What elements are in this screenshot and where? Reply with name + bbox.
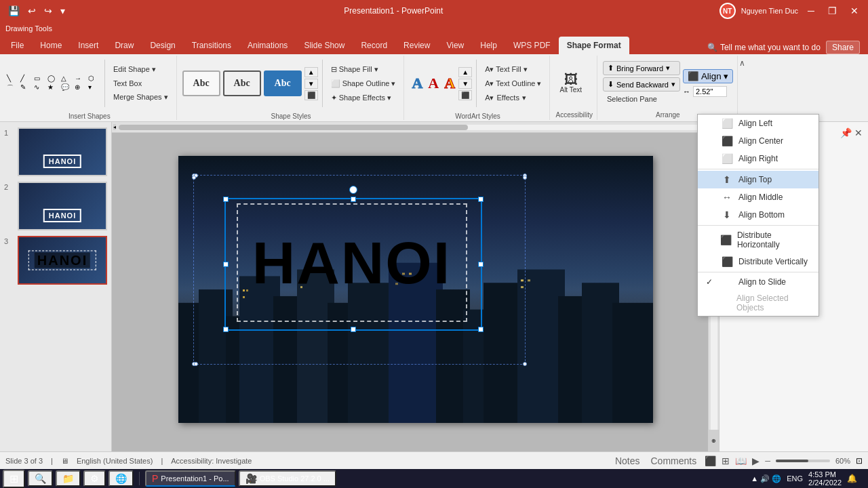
tab-record[interactable]: Record	[353, 37, 395, 54]
h-scroll-track[interactable]	[119, 125, 701, 130]
search-btn[interactable]: 🔍	[28, 470, 53, 487]
shape-star[interactable]: ★	[47, 83, 60, 93]
slideshow-btn[interactable]: ▶	[752, 455, 760, 466]
shape-more[interactable]: ⬡	[88, 75, 100, 82]
slide-thumb-2[interactable]: 2 HANOI	[4, 182, 107, 230]
gallery-expand-btn[interactable]: ⬛	[304, 90, 318, 100]
shape-tri[interactable]: △	[61, 75, 73, 82]
shape-effects-btn[interactable]: ✦ Shape Effects ▾	[327, 92, 400, 104]
comments-btn[interactable]: Comments	[648, 454, 699, 468]
fit-slide-btn[interactable]: ⊡	[856, 456, 863, 466]
tell-me-btn[interactable]: 🔍 Tell me what you want to do	[707, 43, 821, 52]
slide-thumb-1[interactable]: 1 HANOI	[4, 127, 107, 176]
zoom-slider[interactable]	[776, 460, 830, 462]
tab-help[interactable]: Help	[472, 37, 505, 54]
panel-pin-btn[interactable]: 📌	[840, 127, 852, 138]
shape-circle[interactable]: ◯	[47, 75, 60, 82]
tab-insert[interactable]: Insert	[70, 37, 106, 54]
wa-gallery-up[interactable]: ▲	[458, 67, 472, 77]
normal-view-btn[interactable]: ⬛	[705, 455, 716, 466]
h-scroll-thumb[interactable]	[119, 125, 468, 130]
slide-thumb-3[interactable]: 3 HANOI	[4, 236, 107, 285]
align-center-item[interactable]: ⬛ Align Center	[698, 132, 818, 150]
outer-handle-mr[interactable]	[523, 176, 527, 180]
tab-draw[interactable]: Draw	[106, 37, 142, 54]
distribute-v-item[interactable]: ⬛ Distribute Vertically	[698, 253, 818, 270]
slide-canvas[interactable]: HANOI	[178, 156, 653, 423]
align-left-item[interactable]: ⬜ Align Left	[698, 115, 818, 132]
panel-close-btn[interactable]: ✕	[854, 127, 863, 138]
shape-pen[interactable]: ✎	[20, 83, 33, 93]
align-btn[interactable]: ⬛ Align ▾	[683, 69, 733, 83]
shape-eq[interactable]: ⊕	[75, 83, 87, 93]
shape-fill-btn[interactable]: ⊟ Shape Fill ▾	[327, 64, 400, 75]
shape-style-1[interactable]: Abc	[182, 70, 220, 96]
shape-style-3[interactable]: Abc	[264, 70, 302, 96]
tab-view[interactable]: View	[438, 37, 472, 54]
tab-design[interactable]: Design	[142, 37, 183, 54]
align-middle-item[interactable]: ↔ Align Middle	[698, 188, 818, 206]
tab-file[interactable]: File	[3, 37, 32, 54]
tab-wpspdf[interactable]: WPS PDF	[505, 37, 559, 54]
start-btn[interactable]: ⊞	[3, 470, 25, 488]
wa-gallery-down[interactable]: ▼	[458, 79, 472, 89]
slide-2-preview[interactable]: HANOI	[18, 182, 107, 230]
shape-rect[interactable]: ▭	[34, 75, 46, 82]
shape-outline-btn[interactable]: ⬜ Shape Outline ▾	[327, 78, 400, 89]
settings-btn[interactable]: ⚙	[83, 470, 106, 487]
shape-freeform[interactable]: ∿	[34, 83, 46, 93]
reading-view-btn[interactable]: 📖	[735, 455, 747, 466]
align-to-slide-item[interactable]: ✓ Align to Slide	[698, 274, 818, 290]
width-input[interactable]	[693, 86, 727, 97]
outer-handle-ml[interactable]	[192, 176, 196, 180]
shape-style-2[interactable]: Abc	[223, 70, 261, 96]
wordart-2[interactable]: A	[426, 76, 441, 91]
align-bottom-item[interactable]: ⬇ Align Bottom	[698, 206, 818, 224]
nav-up-btn[interactable]: ⊕	[708, 430, 719, 451]
notes-btn[interactable]: Notes	[612, 454, 643, 468]
tab-home[interactable]: Home	[32, 37, 70, 54]
tab-review[interactable]: Review	[395, 37, 438, 54]
gallery-up-btn[interactable]: ▲	[304, 67, 318, 77]
ribbon-collapse-btn[interactable]: ∧	[739, 58, 745, 68]
text-effects-btn[interactable]: A▾ Effects ▾	[481, 92, 545, 104]
textbox-btn[interactable]: Text Box	[109, 78, 172, 89]
alt-text-btn[interactable]: 🖼 Alt Text	[555, 70, 586, 96]
slide-3-preview[interactable]: HANOI	[18, 236, 107, 285]
tab-shapeformat[interactable]: Shape Format	[559, 37, 629, 54]
redo-btn[interactable]: ↪	[41, 4, 55, 18]
h-scrollbar[interactable]: ◂ ▸	[112, 122, 708, 133]
minimize-btn[interactable]: ─	[804, 4, 818, 18]
merge-shapes-btn[interactable]: Merge Shapes ▾	[109, 92, 172, 103]
close-btn[interactable]: ✕	[846, 4, 863, 18]
slide-1-preview[interactable]: HANOI	[18, 127, 107, 176]
bring-forward-btn[interactable]: ⬆ Bring Forward ▾	[603, 61, 680, 75]
shape-expand[interactable]: ▾	[88, 83, 100, 93]
restore-btn[interactable]: ❐	[824, 4, 841, 18]
shape-line-1[interactable]: ╲	[7, 75, 19, 82]
shape-line-2[interactable]: ╱	[20, 75, 33, 82]
customize-btn[interactable]: ▾	[58, 4, 68, 18]
edit-shape-btn[interactable]: Edit Shape ▾	[109, 64, 172, 75]
gallery-down-btn[interactable]: ▼	[304, 79, 318, 89]
tab-transitions[interactable]: Transitions	[184, 37, 239, 54]
shape-curve[interactable]: ⌒	[7, 83, 19, 93]
share-btn[interactable]: Share	[826, 41, 860, 54]
wa-gallery-expand[interactable]: ⬛	[458, 90, 472, 100]
powerpoint-taskbar-btn[interactable]: P Presentation1 - Po...	[145, 470, 236, 487]
obs-taskbar-btn[interactable]: 🎥 OBS Studio 27.2.0 ...	[239, 470, 336, 487]
edge-btn[interactable]: 🌐	[108, 470, 134, 487]
scroll-left-btn[interactable]: ◂	[113, 124, 116, 130]
outer-handle-br[interactable]	[523, 362, 527, 366]
selection-pane-btn[interactable]: Selection Pane	[603, 94, 680, 104]
notification-btn[interactable]: 🔔	[847, 474, 857, 483]
shape-arrow[interactable]: →	[75, 75, 87, 82]
save-btn[interactable]: 💾	[5, 4, 22, 18]
tab-animations[interactable]: Animations	[239, 37, 296, 54]
align-right-item[interactable]: ⬜ Align Right	[698, 150, 818, 167]
text-fill-btn[interactable]: A▾ Text Fill ▾	[481, 64, 545, 75]
align-top-item[interactable]: ⬆ Align Top	[698, 171, 818, 188]
wordart-3[interactable]: A	[442, 76, 457, 91]
send-backward-btn[interactable]: ⬇ Send Backward ▾	[603, 77, 680, 92]
undo-btn[interactable]: ↩	[25, 4, 39, 18]
